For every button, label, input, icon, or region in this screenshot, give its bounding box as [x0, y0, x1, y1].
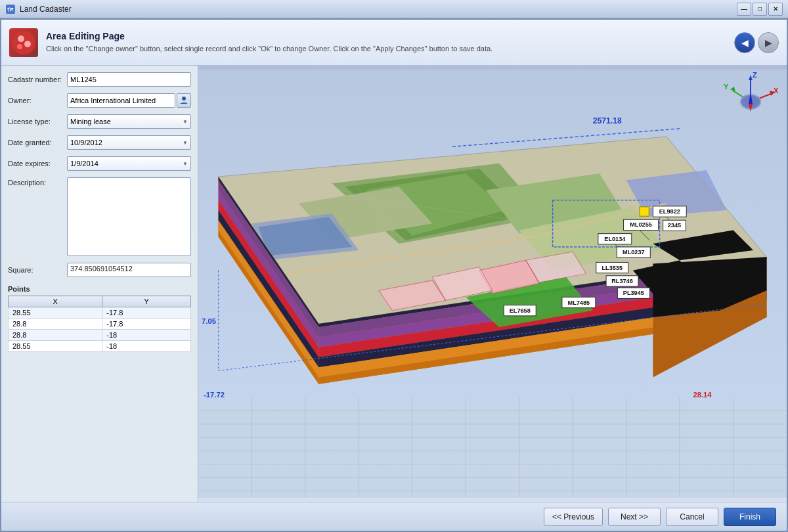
- finish-button[interactable]: Finish: [724, 508, 776, 526]
- point-y: -17.8: [102, 307, 191, 319]
- cadastr-label: Cadastr number:: [8, 76, 67, 83]
- cadastr-input[interactable]: [67, 72, 191, 87]
- header-icon: [9, 28, 38, 57]
- maximize-button[interactable]: □: [753, 3, 767, 16]
- forward-button[interactable]: ▶: [758, 32, 779, 53]
- owner-input[interactable]: [67, 93, 175, 108]
- svg-text:X: X: [774, 87, 779, 95]
- point-x: 28.8: [9, 319, 102, 330]
- cadastr-row: Cadastr number:: [8, 72, 191, 87]
- date-expires-arrow: ▼: [183, 161, 188, 167]
- previous-button[interactable]: << Previous: [544, 508, 603, 526]
- svg-text:ML0237: ML0237: [623, 249, 645, 255]
- point-x: 28.55: [9, 341, 102, 352]
- svg-text:Z: Z: [753, 72, 757, 79]
- date-granted-dropdown[interactable]: 10/9/2012 ▼: [67, 135, 191, 150]
- svg-text:🗺: 🗺: [7, 7, 14, 13]
- table-row: 28.55 -17.8: [9, 307, 191, 319]
- point-x: 28.55: [9, 307, 102, 319]
- date-granted-value: 10/9/2012: [70, 139, 102, 146]
- date-granted-row: Date granted: 10/9/2012 ▼: [8, 135, 191, 150]
- point-y: -17.8: [102, 319, 191, 330]
- svg-point-3: [18, 35, 24, 42]
- svg-point-5: [17, 44, 22, 49]
- header-area: Area Editing Page Click on the "Change o…: [1, 20, 787, 66]
- points-table: X Y 28.55 -17.8 28.8 -17.8 28.8 -18 28.5…: [8, 296, 191, 352]
- license-value: Mining lease: [70, 118, 111, 125]
- owner-row: Owner: +: [8, 93, 191, 108]
- content-area: Cadastr number: Owner: +: [1, 66, 787, 502]
- license-dropdown-arrow: ▼: [183, 119, 188, 125]
- square-row: Square: 374.850691054512: [8, 263, 191, 277]
- svg-text:PL3945: PL3945: [623, 290, 644, 296]
- svg-text:2345: 2345: [668, 222, 681, 229]
- svg-text:ML0255: ML0255: [630, 221, 652, 228]
- table-row: 28.55 -18: [9, 341, 191, 352]
- points-label: Points: [8, 285, 191, 293]
- svg-text:LL3535: LL3535: [602, 265, 623, 271]
- col-x-header: X: [9, 296, 102, 307]
- svg-text:ML7485: ML7485: [568, 299, 590, 306]
- main-window: Area Editing Page Click on the "Change o…: [0, 18, 788, 532]
- owner-field-group: +: [67, 93, 191, 108]
- change-owner-button[interactable]: +: [177, 93, 191, 108]
- svg-point-4: [24, 41, 31, 47]
- point-y: -18: [102, 330, 191, 341]
- back-button[interactable]: ◀: [734, 32, 755, 53]
- terrain-svg: EL9822 ML0255 2345 EL0134 ML0237 LL353: [198, 66, 787, 502]
- license-dropdown[interactable]: Mining lease ▼: [67, 114, 191, 129]
- date-expires-value: 1/9/2014: [70, 160, 98, 167]
- point-x: 28.8: [9, 330, 102, 341]
- map-view[interactable]: EL9822 ML0255 2345 EL0134 ML0237 LL353: [198, 66, 787, 502]
- window-title: Land Cadaster: [20, 5, 737, 14]
- svg-point-6: [182, 97, 186, 100]
- footer: << Previous Next >> Cancel Finish: [1, 502, 787, 531]
- window-controls[interactable]: — □ ✕: [737, 3, 783, 16]
- license-label: License type:: [8, 118, 67, 125]
- svg-text:-17.72: -17.72: [204, 391, 225, 399]
- owner-label: Owner:: [8, 97, 67, 104]
- svg-rect-40: [640, 207, 649, 216]
- description-input[interactable]: [67, 177, 191, 256]
- description-area: Description:: [8, 177, 191, 256]
- svg-text:EL0134: EL0134: [604, 236, 626, 242]
- page-description: Click on the "Change owner" button, sele…: [46, 44, 726, 54]
- date-expires-label: Date expires:: [8, 160, 67, 167]
- svg-point-2: [12, 31, 35, 55]
- svg-text:2571.18: 2571.18: [593, 116, 622, 125]
- compass: Z Y X: [721, 72, 780, 131]
- license-row: License type: Mining lease ▼: [8, 114, 191, 129]
- date-granted-label: Date granted:: [8, 139, 67, 146]
- square-value: 374.850691054512: [67, 263, 191, 277]
- description-label: Description:: [8, 177, 67, 256]
- square-label: Square:: [8, 266, 67, 274]
- close-button[interactable]: ✕: [768, 3, 783, 16]
- titlebar: 🗺 Land Cadaster — □ ✕: [0, 0, 788, 18]
- svg-text:EL7658: EL7658: [510, 307, 531, 314]
- svg-text:+: +: [185, 101, 187, 105]
- svg-text:28.14: 28.14: [693, 391, 712, 399]
- page-title: Area Editing Page: [46, 31, 726, 41]
- points-section: Points X Y 28.55 -17.8 28.8 -17.8 28.8 -…: [8, 285, 191, 352]
- svg-text:7.05: 7.05: [202, 317, 216, 325]
- svg-text:RL3746: RL3746: [611, 278, 633, 284]
- col-y-header: Y: [102, 296, 191, 307]
- table-row: 28.8 -17.8: [9, 319, 191, 330]
- date-expires-dropdown[interactable]: 1/9/2014 ▼: [67, 156, 191, 171]
- app-icon: 🗺: [5, 4, 16, 14]
- cancel-button[interactable]: Cancel: [666, 508, 718, 526]
- svg-text:EL9822: EL9822: [659, 208, 680, 215]
- header-text: Area Editing Page Click on the "Change o…: [46, 31, 726, 54]
- svg-text:Y: Y: [724, 83, 729, 91]
- minimize-button[interactable]: —: [737, 3, 751, 16]
- point-y: -18: [102, 341, 191, 352]
- next-button[interactable]: Next >>: [608, 508, 661, 526]
- left-panel: Cadastr number: Owner: +: [1, 66, 198, 502]
- navigation-buttons: ◀ ▶: [734, 32, 779, 53]
- date-granted-arrow: ▼: [183, 140, 188, 146]
- date-expires-row: Date expires: 1/9/2014 ▼: [8, 156, 191, 171]
- table-row: 28.8 -18: [9, 330, 191, 341]
